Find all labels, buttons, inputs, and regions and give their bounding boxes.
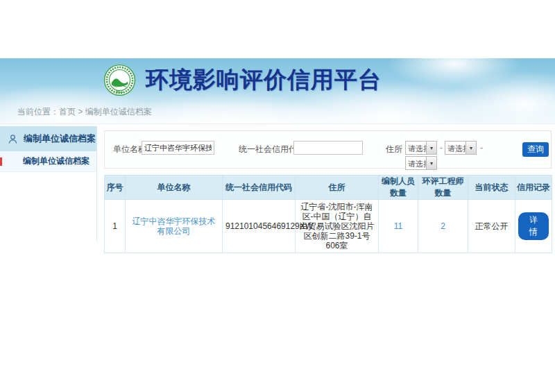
- address-district-select[interactable]: 请选择 ▾: [405, 156, 437, 170]
- sidebar-item-label: 编制单位诚信档案: [23, 155, 89, 167]
- cell-staff-count: 11: [379, 200, 418, 253]
- col-index: 序号: [105, 176, 126, 200]
- mee-logo-icon: MEE: [103, 64, 136, 96]
- brand: MEE 环境影响评价信用平台: [103, 64, 382, 96]
- staff-count-link[interactable]: 11: [394, 221, 402, 231]
- address-separator: -: [480, 143, 483, 153]
- col-engineer-count: 环评工程师数量: [418, 176, 468, 200]
- user-icon: [8, 134, 18, 144]
- credit-code-input[interactable]: [293, 141, 363, 155]
- sidebar: 编制单位诚信档案 编制单位诚信档案: [0, 126, 97, 241]
- svg-text:MEE: MEE: [116, 90, 123, 94]
- active-marker: [0, 157, 2, 166]
- breadcrumb-separator: >: [78, 107, 83, 117]
- col-credit-record: 信用记录: [515, 176, 552, 200]
- detail-button[interactable]: 详情: [518, 212, 549, 240]
- cloud-decoration: [444, 71, 555, 124]
- breadcrumb-current: 编制单位诚信档案: [85, 107, 152, 117]
- col-address: 住所: [296, 176, 379, 200]
- address-separator: -: [440, 143, 443, 153]
- cell-status: 正常公开: [468, 200, 515, 253]
- select-placeholder: 请选择: [406, 142, 426, 154]
- cell-credit-code: 9121010456469129XW: [223, 200, 296, 253]
- chevron-down-icon: ▾: [426, 142, 436, 154]
- sidebar-section-header[interactable]: 编制单位诚信档案: [0, 126, 96, 151]
- cell-credit-record: 详情: [515, 200, 552, 253]
- site-title: 环境影响评价信用平台: [146, 65, 382, 96]
- sidebar-section-label: 编制单位诚信档案: [24, 133, 96, 145]
- address-city-select[interactable]: 请选择 ▾: [445, 141, 477, 155]
- breadcrumb-home-link[interactable]: 首页: [59, 107, 76, 117]
- col-status: 当前状态: [468, 176, 515, 200]
- cell-unit-name: 辽宁中咨华宇环保技术有限公司: [126, 200, 223, 253]
- chevron-down-icon: ▾: [426, 157, 436, 169]
- select-placeholder: 请选择: [445, 142, 466, 154]
- cell-engineer-count: 2: [418, 200, 468, 253]
- table-header-row: 序号 单位名称 统一社会信用代码 住所 编制人员数量 环评工程师数量 当前状态 …: [105, 176, 552, 200]
- engineer-count-link[interactable]: 2: [441, 221, 445, 231]
- site-header: MEE 环境影响评价信用平台 当前位置：首页 > 编制单位诚信档案: [0, 58, 555, 124]
- results-table: 序号 单位名称 统一社会信用代码 住所 编制人员数量 环评工程师数量 当前状态 …: [104, 175, 552, 253]
- table-row: 1 辽宁中咨华宇环保技术有限公司 9121010456469129XW 辽宁省-…: [105, 200, 552, 253]
- query-button[interactable]: 查询: [522, 142, 549, 157]
- cell-address: 辽宁省-沈阳市-浑南区-中国（辽宁）自由贸易试验区沈阳片区创新二路39-1号60…: [296, 200, 379, 253]
- col-staff-count: 编制人员数量: [379, 176, 418, 200]
- unit-name-input[interactable]: [142, 141, 214, 155]
- cell-index: 1: [105, 200, 126, 253]
- company-link[interactable]: 辽宁中咨华宇环保技术有限公司: [133, 216, 216, 236]
- col-credit-code: 统一社会信用代码: [223, 176, 296, 200]
- search-panel: 单位名称 ： 统一社会信用代码 ： 住所 ： 请选择 ▾ - 请选择 ▾ - 请…: [104, 130, 552, 169]
- breadcrumb-prefix: 当前位置：: [17, 107, 59, 117]
- breadcrumb: 当前位置：首页 > 编制单位诚信档案: [17, 106, 152, 118]
- address-province-select[interactable]: 请选择 ▾: [405, 141, 437, 155]
- sidebar-item-credit-archive[interactable]: 编制单位诚信档案: [0, 151, 96, 172]
- col-unit-name: 单位名称: [126, 176, 223, 200]
- select-placeholder: 请选择: [406, 157, 426, 169]
- chevron-down-icon: ▾: [466, 142, 476, 154]
